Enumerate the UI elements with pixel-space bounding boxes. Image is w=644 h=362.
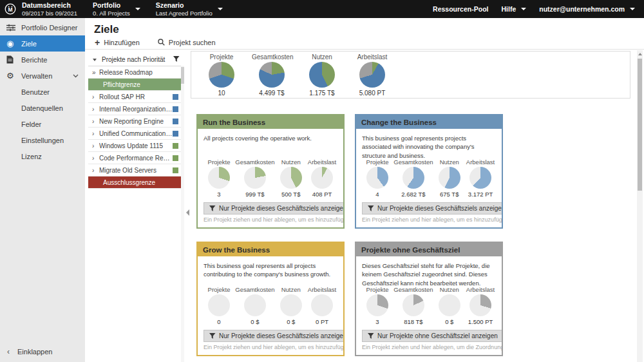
sidebar-item-einstellungen[interactable]: Einstellungen [0, 132, 85, 148]
sidebar-item-ziele[interactable]: ◉ Ziele [0, 35, 85, 52]
project-row-code-performance-review[interactable]: ›Code Performance Review [88, 152, 184, 164]
resources-pool-link[interactable]: Ressourcen-Pool [433, 5, 488, 13]
tune-icon [6, 24, 21, 32]
metric-value: 1.500 PT [466, 318, 495, 325]
collapse-caret-icon [93, 59, 97, 61]
summary-metric-gesamtkosten: Gesamtkosten4.499 T$ [252, 53, 292, 97]
metric-value: 4 [363, 191, 392, 198]
panel-resize-handle[interactable] [184, 50, 191, 362]
filter-projects-button[interactable]: Nur Projekte ohne Geschäftsziel anzeigen [362, 330, 503, 342]
sidebar-item-portfolio-designer[interactable]: Portfolio Designer [0, 19, 85, 35]
pie-chart [469, 167, 491, 189]
pie-chart [439, 294, 460, 316]
filter-projects-button[interactable]: Nur Projekte dieses Geschäftsziels anzei… [204, 202, 345, 214]
pie-chart [208, 167, 230, 189]
metric-value: 0 [204, 318, 234, 325]
project-row-windows-update-1115[interactable]: ›Windows Update 1115 [88, 140, 184, 152]
project-label: Unified Communications Platf... [99, 130, 173, 137]
project-row-unified-communications-platf[interactable]: ›Unified Communications Platf... [88, 128, 184, 140]
goal-metric-nutzen: Nutzen0 $ [435, 286, 464, 325]
filter-projects-button[interactable]: Nur Projekte dieses Geschäftsziels anzei… [204, 330, 345, 342]
project-row-release-roadmap[interactable]: »Release Roadmap [88, 66, 184, 79]
drag-drop-hint: Ein Projekt ziehen und hier ablegen, um … [362, 344, 496, 350]
ausschlussgrenze-bar[interactable]: Ausschlussgrenze [88, 176, 184, 189]
pie-chart [244, 294, 266, 316]
portfolio-selector[interactable]: Portfolio 0. All Projects [93, 1, 140, 17]
metric-label: Gesamtkosten [393, 158, 433, 166]
scenario-selector[interactable]: Szenario Last Agreed Portfolio [156, 1, 223, 17]
summary-metrics: Projekte10Gesamtkosten4.499 T$Nutzen1.17… [202, 53, 392, 97]
sidebar-item-verwalten[interactable]: ⚙ Verwalten [0, 68, 85, 84]
sidebar-item-berichte[interactable]: Berichte [0, 52, 85, 68]
sidebar-item-benutzer[interactable]: Benutzer [0, 84, 85, 100]
sidebar-item-lizenz[interactable]: Lizenz [0, 148, 85, 164]
project-row-new-reporting-engine[interactable]: ›New Reporting Engine [88, 115, 184, 128]
goal-card-body: Dieses Geschäftsziel steht für alle Proj… [356, 256, 502, 350]
project-label: New Reporting Engine [99, 118, 164, 125]
expand-project-icon: › [92, 167, 99, 174]
drag-drop-hint: Ein Projekt ziehen und hier ablegen, um … [362, 216, 496, 223]
pie-chart [280, 294, 302, 316]
metric-value: 3 [363, 318, 392, 325]
metric-value: 500 T$ [276, 191, 306, 198]
filter-icon[interactable] [173, 56, 180, 64]
main-content: Ziele + Hinzufügen Projekt suchen Projek… [85, 18, 644, 362]
toolbar: + Hinzufügen Projekt suchen [85, 36, 644, 50]
main-scrollbar[interactable] [637, 50, 643, 362]
chevron-down-icon [73, 74, 79, 78]
metric-label: Projekte [204, 286, 234, 293]
goal-metric-projekte: Projekte3 [363, 286, 392, 325]
funnel-icon [368, 205, 374, 212]
project-list-header[interactable]: Projekte nach Priorität [88, 53, 184, 66]
metric-value: 3.172 PT [466, 191, 495, 198]
add-button-label: Hinzufügen [104, 39, 140, 46]
pie-chart [309, 62, 335, 88]
metric-value: 10 [202, 90, 242, 97]
project-row-internal-reorganization-project[interactable]: ›Internal Reorganization Project [88, 103, 184, 115]
content-area: Projekte nach Priorität »Release Roadmap… [85, 50, 644, 362]
project-list-panel: Projekte nach Priorität »Release Roadmap… [88, 53, 185, 362]
help-menu[interactable]: Hilfe [501, 5, 526, 13]
project-label: Rollout SAP HR [99, 93, 145, 100]
goal-card-body: This business goal represents all projec… [198, 256, 343, 350]
scroll-up-icon[interactable] [638, 53, 642, 55]
metric-value: 675 T$ [435, 191, 464, 198]
pflichtgrenze-bar[interactable]: Pflichtgrenze [88, 79, 184, 91]
pie-chart [259, 62, 285, 88]
app-window: { "topbar": { "date_range": {"label": "D… [0, 0, 644, 362]
project-row-migrate-old-servers[interactable]: ›Migrate Old Servers [88, 164, 184, 176]
metric-label: Arbeitslast [466, 286, 495, 293]
filter-projects-button[interactable]: Nur Projekte dieses Geschäftsziels anzei… [362, 202, 503, 214]
expand-project-icon: › [92, 106, 99, 113]
date-range-selector[interactable]: Datumsbereich 09/2017 bis 09/2021 [22, 1, 77, 17]
scrollbar-thumb[interactable] [638, 59, 642, 191]
svg-text:M: M [8, 6, 12, 13]
search-project-button[interactable]: Projekt suchen [158, 39, 216, 47]
project-row-rollout-sap-hr[interactable]: ›Rollout SAP HR [88, 91, 184, 103]
expand-project-icon: › [92, 93, 99, 100]
user-email: nutzer@unternehmen.com [539, 5, 625, 13]
funnel-icon [368, 333, 374, 339]
priority-color-chip [173, 131, 178, 137]
goal-cards-grid: Run the BusinessAll projects covering th… [196, 114, 503, 356]
goal-card-header: Change the Business [356, 115, 502, 129]
metric-label: Nutzen [276, 286, 306, 293]
metric-value: 0 $ [435, 318, 464, 325]
pie-chart [366, 294, 388, 316]
summary-metric-projekte: Projekte10 [202, 53, 242, 97]
metric-label: Projekte [204, 158, 234, 166]
project-list-rows: »Release RoadmapPflichtgrenze›Rollout SA… [88, 66, 184, 189]
sidebar-item-datenquellen[interactable]: Datenquellen [0, 100, 85, 116]
metric-value: 1.175 T$ [302, 90, 342, 97]
sidebar-item-label: Portfolio Designer [21, 24, 77, 32]
metric-label: Arbeitslast [307, 286, 337, 293]
add-goal-button[interactable]: + Hinzufügen [95, 38, 140, 47]
expand-project-icon: › [92, 118, 99, 125]
resize-grip-icon [186, 209, 189, 216]
user-menu[interactable]: nutzer@unternehmen.com [539, 5, 635, 13]
goal-metric-nutzen: Nutzen0 $ [276, 286, 306, 325]
goal-metric-arbeitslast: Arbeitslast1.500 PT [466, 286, 495, 325]
collapse-sidebar-button[interactable]: ‹ Einklappen [0, 344, 85, 359]
sidebar-item-felder[interactable]: Felder [0, 116, 85, 132]
project-label: Internal Reorganization Project [99, 106, 173, 113]
